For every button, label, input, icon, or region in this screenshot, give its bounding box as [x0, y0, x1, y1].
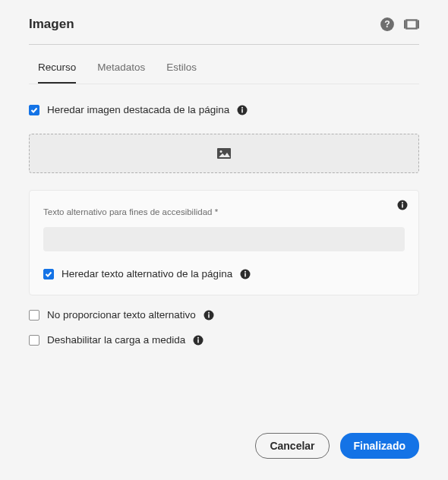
info-icon[interactable]: [397, 200, 408, 213]
inherit-featured-label: Heredar imagen destacada de la página: [47, 104, 229, 115]
info-icon[interactable]: [237, 105, 248, 115]
svg-point-9: [220, 150, 222, 153]
svg-rect-14: [245, 273, 246, 276]
svg-point-21: [197, 336, 199, 338]
tab-estilos[interactable]: Estilos: [166, 62, 197, 84]
dialog-footer: Cancelar Finalizado: [255, 433, 419, 459]
image-icon: [217, 148, 231, 159]
no-alt-checkbox[interactable]: [29, 310, 39, 321]
image-dialog: Imagen ? Recurso Metadatos Estilos Hered…: [0, 0, 448, 480]
disable-lazy-label: Deshabilitar la carga a medida: [47, 334, 185, 346]
no-alt-row: No proporcionar texto alternativo: [29, 309, 419, 321]
cancel-button[interactable]: Cancelar: [255, 433, 329, 459]
fullscreen-icon[interactable]: [404, 17, 419, 32]
inherit-alt-label: Heredar texto alternativo de la página: [62, 268, 232, 279]
disable-lazy-checkbox[interactable]: [29, 335, 39, 346]
svg-point-7: [241, 106, 243, 108]
info-icon[interactable]: [240, 269, 251, 279]
tab-recurso[interactable]: Recurso: [38, 62, 76, 84]
svg-rect-6: [241, 109, 243, 112]
info-icon[interactable]: [193, 335, 203, 346]
svg-point-18: [208, 311, 210, 313]
help-icon[interactable]: ?: [380, 17, 395, 32]
svg-point-15: [245, 270, 246, 272]
header-actions: ?: [380, 17, 419, 32]
inherit-alt-row: Heredar texto alternativo de la página: [43, 268, 405, 279]
svg-point-12: [402, 202, 403, 204]
disable-lazy-row: Deshabilitar la carga a medida: [29, 334, 419, 346]
inherit-alt-checkbox[interactable]: [43, 269, 54, 279]
svg-text:?: ?: [384, 19, 390, 30]
inherit-featured-checkbox[interactable]: [29, 105, 39, 115]
alt-text-label: Texto alternativo para fines de accesibi…: [43, 207, 405, 216]
info-icon[interactable]: [203, 310, 214, 321]
svg-rect-11: [402, 204, 403, 208]
tab-metadatos[interactable]: Metadatos: [97, 62, 145, 84]
no-alt-label: No proporcionar texto alternativo: [47, 309, 196, 321]
alt-text-input[interactable]: [43, 227, 405, 251]
svg-rect-2: [406, 20, 416, 28]
dialog-header: Imagen ?: [29, 17, 419, 45]
dialog-title: Imagen: [29, 17, 74, 32]
svg-rect-17: [208, 314, 210, 317]
alt-text-panel: Texto alternativo para fines de accesibi…: [29, 190, 419, 295]
image-dropzone[interactable]: [29, 134, 419, 173]
svg-rect-20: [198, 339, 200, 343]
done-button[interactable]: Finalizado: [340, 433, 419, 459]
tabs: Recurso Metadatos Estilos: [29, 62, 419, 84]
inherit-featured-row: Heredar imagen destacada de la página: [29, 104, 419, 115]
